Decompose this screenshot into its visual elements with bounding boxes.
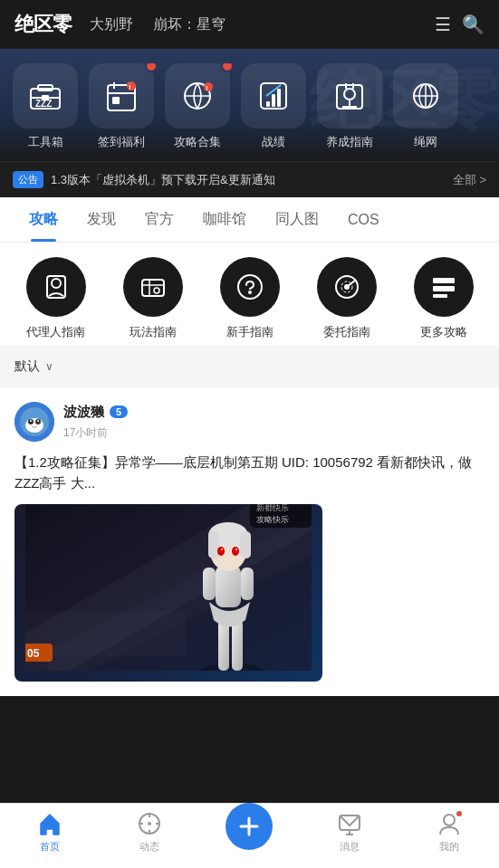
- svg-rect-65: [240, 531, 251, 558]
- guide-gameplay[interactable]: 玩法指南: [112, 257, 194, 340]
- guide-newbie-label: 新手指南: [226, 324, 273, 340]
- guide-agent-circle: [26, 257, 86, 317]
- guide-more-circle: [414, 257, 474, 317]
- svg-rect-64: [208, 531, 219, 558]
- svg-rect-18: [272, 94, 275, 107]
- announcement-more[interactable]: 全部 >: [453, 172, 486, 188]
- svg-point-51: [37, 420, 39, 422]
- quick-icon-stats-box: [241, 63, 306, 129]
- bottom-nav-message[interactable]: 消息: [322, 811, 377, 854]
- page-bottom-pad: [0, 703, 499, 776]
- quick-icon-row: ZZZ 工具箱 ! 签到福利: [0, 63, 499, 161]
- avatar: [14, 402, 54, 442]
- guide-agent[interactable]: 代理人指南: [15, 257, 97, 340]
- quick-icon-guide-box: !: [165, 63, 230, 129]
- svg-point-40: [344, 284, 350, 290]
- bottom-nav-add[interactable]: [222, 816, 276, 850]
- svg-rect-59: [216, 566, 241, 607]
- post-title: 【1.2攻略征集】异常学——底层机制第五期 UID: 10056792 看新都快…: [14, 453, 485, 493]
- svg-rect-57: [218, 620, 229, 671]
- menu-icon[interactable]: ☰: [435, 14, 451, 35]
- svg-rect-44: [433, 294, 447, 298]
- bottom-nav-discover[interactable]: 动态: [122, 811, 177, 854]
- quick-icon-toolbox-box: ZZZ: [13, 63, 78, 129]
- profile-notification-dot: [455, 809, 464, 818]
- announcement-text: 1.3版本「虚拟杀机」预下载开启&更新通知: [51, 172, 446, 188]
- guide-more[interactable]: 更多攻略: [403, 257, 485, 340]
- tab-cos[interactable]: COS: [333, 199, 394, 241]
- svg-point-70: [221, 548, 223, 550]
- svg-rect-60: [203, 568, 216, 600]
- profile-label: 我的: [439, 840, 459, 854]
- profile-icon-container: [437, 811, 462, 836]
- announcement-tag: 公告: [13, 171, 43, 188]
- checkin-icon: !: [101, 76, 141, 116]
- message-icon: [337, 811, 362, 836]
- post-image-svg: 05 新都快乐 攻略快乐: [25, 504, 312, 671]
- sort-row[interactable]: 默认 ∨: [0, 346, 499, 387]
- svg-point-35: [154, 288, 159, 293]
- home-icon: [37, 811, 62, 836]
- bottom-navigation: 首页 动态: [0, 803, 499, 868]
- top-nav-links: 大别野 崩坏：星穹: [90, 15, 417, 34]
- quick-icon-growth-box: [317, 63, 382, 129]
- post-image: 05 新都快乐 攻略快乐: [14, 504, 322, 682]
- agent-icon: [40, 271, 72, 303]
- add-button[interactable]: [226, 803, 273, 850]
- svg-rect-43: [433, 286, 455, 291]
- sort-arrow: ∨: [45, 360, 53, 373]
- quick-icon-growth[interactable]: 养成指南: [313, 63, 386, 150]
- banner-area: 绝区零 ZZZ 工具箱: [0, 49, 499, 161]
- tab-discover[interactable]: 发现: [72, 197, 130, 242]
- content-area: 代理人指南 玩法指南 新手指南: [0, 243, 499, 696]
- announcement-bar: 公告 1.3版本「虚拟杀机」预下载开启&更新通知 全部 >: [0, 161, 499, 197]
- svg-point-47: [25, 418, 43, 433]
- quick-icon-stats[interactable]: 战绩: [237, 63, 310, 150]
- bottom-nav-home[interactable]: 首页: [23, 811, 77, 854]
- quick-icon-net-label: 绳网: [414, 134, 437, 150]
- message-label: 消息: [340, 840, 360, 854]
- guide-newbie[interactable]: 新手指南: [209, 257, 291, 340]
- net-icon: [406, 76, 446, 116]
- top-navigation: 绝区零 大别野 崩坏：星穹 ☰ 🔍: [0, 0, 499, 49]
- svg-point-21: [344, 89, 355, 100]
- checkin-badge: [145, 63, 158, 72]
- post-time: 17小时前: [63, 426, 108, 439]
- tab-guide[interactable]: 攻略: [14, 197, 72, 242]
- quick-icon-checkin[interactable]: ! 签到福利: [85, 63, 158, 150]
- svg-text:ZZZ: ZZZ: [35, 99, 52, 109]
- svg-rect-17: [266, 101, 270, 107]
- guide-more-label: 更多攻略: [420, 324, 467, 340]
- svg-point-78: [148, 822, 151, 825]
- post-meta: 波波獭 5 17小时前: [63, 404, 485, 441]
- quick-icon-checkin-label: 签到福利: [98, 134, 145, 150]
- toolbox-icon: ZZZ: [25, 76, 65, 116]
- quick-icon-guide[interactable]: ! 攻略合集: [161, 63, 234, 150]
- compass-icon-container: [137, 811, 162, 836]
- tab-official[interactable]: 官方: [130, 197, 188, 242]
- quick-icon-net[interactable]: 绳网: [389, 63, 462, 150]
- svg-text:!: !: [129, 83, 131, 91]
- tab-fanart[interactable]: 同人图: [261, 197, 333, 242]
- guide-icon: !: [178, 76, 217, 116]
- nav-link-dabieyv[interactable]: 大别野: [90, 15, 133, 34]
- svg-point-31: [52, 279, 61, 288]
- svg-point-36: [238, 275, 262, 299]
- guide-commission[interactable]: 委托指南: [306, 257, 388, 340]
- post-header: 波波獭 5 17小时前: [14, 402, 485, 442]
- svg-rect-19: [277, 89, 281, 107]
- svg-point-71: [235, 548, 237, 550]
- quick-icon-toolbox[interactable]: ZZZ 工具箱: [9, 63, 82, 150]
- top-nav-icon-group: ☰ 🔍: [435, 14, 485, 35]
- nav-link-benghuai[interactable]: 崩坏：星穹: [153, 15, 226, 34]
- tabs-bar: 攻略 发现 官方 咖啡馆 同人图 COS: [0, 197, 499, 243]
- post-author: 波波獭: [63, 404, 104, 421]
- more-icon: [427, 271, 460, 303]
- guide-newbie-circle: [220, 257, 280, 317]
- svg-text:攻略快乐: 攻略快乐: [256, 515, 289, 524]
- svg-point-88: [444, 815, 455, 825]
- home-label: 首页: [40, 840, 60, 854]
- search-icon[interactable]: 🔍: [462, 14, 485, 35]
- bottom-nav-profile[interactable]: 我的: [422, 811, 476, 854]
- tab-cafe[interactable]: 咖啡馆: [188, 197, 261, 242]
